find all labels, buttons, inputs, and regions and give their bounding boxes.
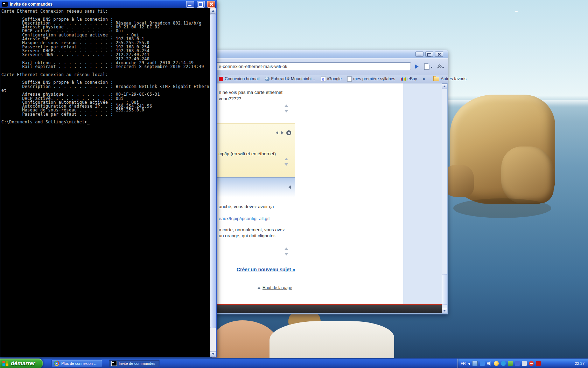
body-text: un orange, qui doit clignoter. bbox=[219, 233, 276, 238]
command-prompt-icon bbox=[2, 2, 8, 7]
console-line: Carte Ethernet Connexion réseau sans fil… bbox=[1, 9, 209, 13]
console-scrollbar[interactable] bbox=[210, 8, 216, 357]
go-button[interactable] bbox=[414, 64, 420, 70]
bookmarks-overflow-chevron[interactable]: » bbox=[421, 76, 427, 81]
wrench-icon bbox=[436, 64, 442, 70]
bookmark-label: Connexion hotmail bbox=[225, 76, 259, 81]
clock[interactable]: 22:37 bbox=[575, 361, 584, 366]
windows-logo-icon bbox=[2, 361, 9, 366]
antivirus-icon[interactable] bbox=[529, 361, 534, 366]
vote-down-icon[interactable] bbox=[285, 110, 288, 113]
close-button[interactable] bbox=[435, 52, 443, 57]
minimize-button[interactable] bbox=[186, 1, 194, 8]
scroll-up-button[interactable] bbox=[442, 83, 447, 89]
minimize-button[interactable] bbox=[415, 52, 424, 57]
network-monitor-icon[interactable] bbox=[472, 361, 478, 366]
messenger-icon[interactable] bbox=[494, 361, 499, 366]
answer-text: tcp/ip (en wifi et en éthernet) bbox=[218, 151, 276, 156]
vote-arrows[interactable] bbox=[284, 104, 289, 113]
answer-header-box bbox=[215, 177, 295, 197]
body-text: a carte, normalement, vous avez bbox=[219, 227, 285, 232]
bookmark-item[interactable]: eBay bbox=[398, 76, 419, 82]
command-prompt-window: Invite de commandes Carte Ethernet Conne… bbox=[0, 0, 217, 357]
maximize-restore-button[interactable] bbox=[425, 52, 433, 57]
browser-titlebar[interactable] bbox=[214, 50, 448, 58]
scroll-down-button[interactable] bbox=[442, 308, 447, 313]
vote-down-icon[interactable] bbox=[285, 163, 288, 166]
vote-arrows[interactable] bbox=[284, 158, 289, 166]
up-arrow-icon bbox=[258, 287, 260, 289]
close-button[interactable] bbox=[207, 1, 215, 8]
window-frame bbox=[214, 313, 448, 314]
vote-arrows[interactable] bbox=[284, 247, 289, 255]
tools-menu-button[interactable] bbox=[437, 63, 446, 70]
console-line: C:\Documents and Settings\michel>_ bbox=[1, 120, 209, 124]
vote-down-icon[interactable] bbox=[285, 253, 288, 255]
bookmark-item[interactable]: mes première syllabes bbox=[345, 76, 398, 82]
wireless-signal-icon[interactable] bbox=[480, 361, 485, 366]
hide-icons-chevron[interactable] bbox=[468, 360, 470, 367]
scroll-up-button[interactable] bbox=[210, 8, 216, 14]
maximize-restore-button[interactable] bbox=[197, 1, 205, 8]
bookmark-item[interactable]: Fahrrad & Mountainbi... bbox=[262, 76, 317, 82]
image-link[interactable]: eaux/tcpip/ipconfig_all.gif bbox=[219, 216, 270, 221]
ebay-icon bbox=[401, 77, 406, 81]
command-prompt-icon bbox=[111, 361, 117, 366]
language-indicator[interactable]: FR bbox=[461, 361, 466, 366]
bird bbox=[515, 11, 518, 12]
create-new-topic-link[interactable]: Créer un nouveau sujet » bbox=[237, 267, 295, 272]
taskbar-button-browser[interactable]: Plus de connexion ét... bbox=[51, 360, 102, 367]
sfr-icon bbox=[219, 77, 223, 81]
folder-icon bbox=[433, 77, 439, 81]
start-button[interactable]: démarrer bbox=[0, 359, 43, 368]
taskbar-button-command-prompt[interactable]: Invite de commandes bbox=[109, 360, 160, 367]
page-content: n ne vois pas ma carte ethernet veau????… bbox=[214, 83, 448, 313]
page-footer bbox=[215, 304, 442, 313]
bookmark-label: mes première syllabes bbox=[353, 76, 395, 81]
scrollbar-thumb[interactable] bbox=[210, 14, 216, 328]
app-tray-icon[interactable] bbox=[522, 361, 527, 366]
bluetooth-icon[interactable] bbox=[515, 361, 520, 366]
bookmark-label: eBay bbox=[407, 76, 417, 81]
address-bar-input[interactable] bbox=[216, 62, 411, 70]
other-bookmarks-label: Autres favoris bbox=[441, 76, 466, 81]
console-line: Passerelle par défaut . . . . . . : bbox=[1, 113, 209, 116]
antivirus-icon[interactable] bbox=[536, 361, 541, 366]
scroll-down-button[interactable] bbox=[210, 351, 216, 357]
vote-up-icon[interactable] bbox=[285, 247, 288, 250]
other-bookmarks-button[interactable]: Autres favoris bbox=[431, 76, 469, 82]
bookmark-item[interactable]: g iGoogle bbox=[318, 76, 344, 82]
chevron-down-icon bbox=[430, 63, 433, 70]
bookmark-label: iGoogle bbox=[327, 76, 342, 81]
question-text: n ne vois pas ma carte ethernet bbox=[219, 90, 282, 95]
rock-formation bbox=[501, 146, 554, 203]
google-icon: g bbox=[321, 76, 326, 82]
page-side-panel bbox=[403, 83, 442, 304]
volume-icon[interactable] bbox=[487, 361, 492, 366]
close-icon[interactable] bbox=[286, 130, 291, 135]
previous-answer-arrow[interactable] bbox=[276, 130, 278, 136]
browser-scrollbar[interactable] bbox=[442, 83, 447, 313]
console-titlebar[interactable]: Invite de commandes bbox=[0, 0, 216, 8]
highlighted-answer-box: tcp/ip (en wifi et en éthernet) bbox=[215, 123, 295, 177]
taskbar: démarrer Plus de connexion ét... Invite … bbox=[0, 358, 588, 368]
collapse-arrow[interactable] bbox=[288, 184, 291, 190]
page-icon bbox=[347, 76, 352, 82]
window-title: Invite de commandes bbox=[10, 2, 184, 7]
page-menu-button[interactable] bbox=[424, 62, 434, 71]
console-line: Carte Ethernet Connexion au réseau local… bbox=[1, 73, 209, 77]
console-line: Bail expirant . . . . . . . . . . : merc… bbox=[1, 65, 209, 69]
vote-up-icon[interactable] bbox=[285, 104, 288, 107]
body-text: anché, vous devez avoir ça bbox=[219, 204, 274, 209]
scrollbar-thumb[interactable] bbox=[442, 274, 447, 305]
back-to-top-link[interactable]: Haut de la page bbox=[258, 285, 292, 290]
update-icon[interactable] bbox=[508, 361, 513, 366]
bookmarks-bar: Connexion hotmail Fahrrad & Mountainbi..… bbox=[214, 75, 448, 83]
system-tray: FR 22:37 bbox=[457, 359, 588, 368]
vote-up-icon[interactable] bbox=[285, 158, 288, 160]
bookmark-item[interactable]: Connexion hotmail bbox=[216, 76, 262, 82]
security-center-icon[interactable] bbox=[501, 361, 506, 366]
chevron-down-icon bbox=[442, 63, 444, 70]
next-answer-arrow[interactable] bbox=[281, 130, 284, 136]
browser-window: Connexion hotmail Fahrrad & Mountainbi..… bbox=[214, 50, 448, 314]
